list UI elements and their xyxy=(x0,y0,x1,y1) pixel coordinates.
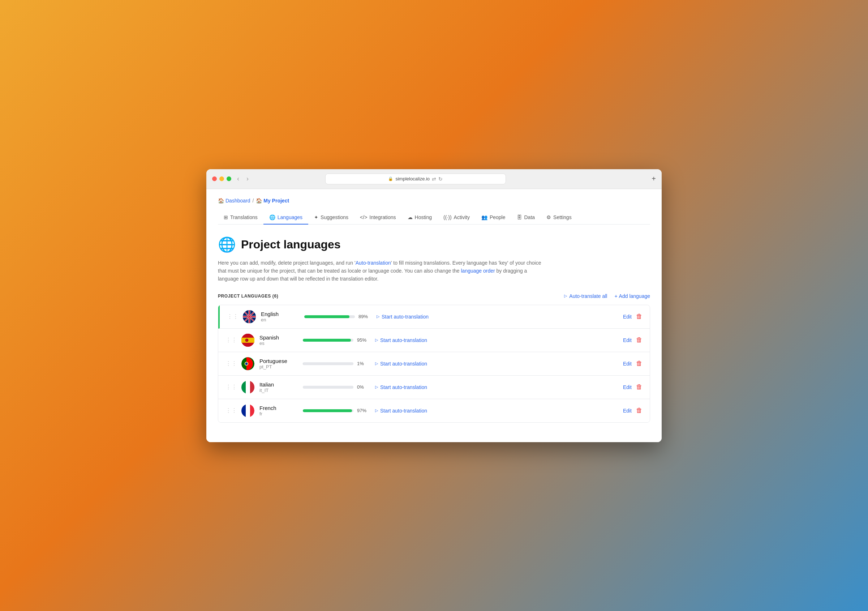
progress-bar-fill-french xyxy=(303,409,352,412)
edit-english-button[interactable]: Edit xyxy=(623,314,632,320)
tab-integrations-label: Integrations xyxy=(369,215,396,220)
start-auto-translation-spanish[interactable]: ▷ Start auto-translation xyxy=(375,337,623,343)
project-name-text[interactable]: My Project xyxy=(264,198,289,204)
progress-pct-french: 97% xyxy=(357,408,369,413)
tab-people[interactable]: 👥 People xyxy=(476,211,512,224)
edit-spanish-button[interactable]: Edit xyxy=(623,337,632,343)
language-name-spanish: Spanish xyxy=(259,334,303,340)
table-row: ⋮⋮ Italian it_IT 0% ▷ Start auto-transla… xyxy=(218,376,650,399)
drag-handle-icon[interactable]: ⋮⋮ xyxy=(225,384,237,390)
auto-translation-link[interactable]: Auto-translation xyxy=(356,260,391,266)
tab-languages[interactable]: 🌐 Languages xyxy=(264,211,308,224)
language-name-italian: Italian xyxy=(259,381,303,387)
play-icon-spanish: ▷ xyxy=(375,338,378,342)
progress-section-french: 97% xyxy=(303,408,375,413)
tab-translations[interactable]: ⊞ Translations xyxy=(218,211,264,224)
tab-hosting-label: Hosting xyxy=(415,215,432,220)
delete-spanish-button[interactable]: 🗑 xyxy=(636,336,643,344)
language-info-french: French fr xyxy=(259,405,303,417)
new-tab-button[interactable]: + xyxy=(651,175,656,183)
progress-bar-bg-spanish xyxy=(303,339,353,342)
language-code-italian: it_IT xyxy=(259,387,303,393)
tab-activity[interactable]: ((·)) Activity xyxy=(438,211,476,224)
start-auto-translation-french[interactable]: ▷ Start auto-translation xyxy=(375,408,623,414)
drag-handle-icon[interactable]: ⋮⋮ xyxy=(225,407,237,414)
start-auto-translation-english[interactable]: ▷ Start auto-translation xyxy=(377,314,623,320)
tab-hosting[interactable]: ☁ Hosting xyxy=(402,211,438,224)
edit-italian-button[interactable]: Edit xyxy=(623,384,632,390)
progress-pct-portuguese: 1% xyxy=(357,361,369,366)
language-code-french: fr xyxy=(259,411,303,417)
back-button[interactable]: ‹ xyxy=(236,174,241,183)
play-icon-italian: ▷ xyxy=(375,385,378,389)
progress-bar-fill-english xyxy=(304,315,349,318)
browser-window: ‹ › 🔒 simplelocalize.io ⇄ ↻ + 🏠 Dashboar… xyxy=(206,169,662,442)
svg-point-6 xyxy=(245,362,248,365)
lock-icon: 🔒 xyxy=(388,176,393,181)
tab-translations-label: Translations xyxy=(230,215,258,220)
drag-handle-icon[interactable]: ⋮⋮ xyxy=(225,360,237,367)
delete-english-button[interactable]: 🗑 xyxy=(636,313,643,320)
progress-bar-bg-french xyxy=(303,409,353,412)
delete-french-button[interactable]: 🗑 xyxy=(636,407,643,414)
people-icon: 👥 xyxy=(481,215,487,220)
progress-bar-bg-portuguese xyxy=(303,362,353,365)
table-row: ⋮⋮ French fr 97% ▷ Start auto-translatio… xyxy=(218,399,650,422)
project-emoji: 🏠 xyxy=(256,198,262,204)
dashboard-label: Dashboard xyxy=(225,198,250,204)
dashboard-link[interactable]: 🏠 Dashboard xyxy=(218,198,250,204)
tab-activity-label: Activity xyxy=(454,215,470,220)
tab-data[interactable]: 🗄 Data xyxy=(511,211,541,224)
delete-italian-button[interactable]: 🗑 xyxy=(636,383,643,391)
language-order-link[interactable]: language order xyxy=(461,268,495,274)
drag-handle-icon[interactable]: ⋮⋮ xyxy=(227,313,239,320)
plus-icon: + xyxy=(614,293,617,299)
project-name: 🏠 My Project xyxy=(256,198,289,204)
languages-list: ⋮⋮ English en xyxy=(218,305,650,423)
play-icon-french: ▷ xyxy=(375,408,378,413)
language-name-french: French xyxy=(259,405,303,411)
language-info-italian: Italian it_IT xyxy=(259,381,303,393)
add-language-button[interactable]: + Add language xyxy=(614,293,650,299)
minimize-button[interactable] xyxy=(219,176,224,181)
progress-bar-fill-portuguese xyxy=(303,362,303,365)
tab-suggestions[interactable]: ✦ Suggestions xyxy=(308,211,354,224)
progress-pct-italian: 0% xyxy=(357,384,369,390)
tab-integrations[interactable]: </> Integrations xyxy=(354,211,401,224)
hosting-icon: ☁ xyxy=(408,215,413,220)
tab-settings[interactable]: ⚙ Settings xyxy=(541,211,577,224)
close-button[interactable] xyxy=(212,176,217,181)
play-triangle-icon: ▷ xyxy=(564,294,567,298)
section-header: PROJECT LANGUAGES (6) ▷ Auto-translate a… xyxy=(218,293,650,299)
flag-italian xyxy=(242,381,254,394)
section-actions: ▷ Auto-translate all + Add language xyxy=(564,293,650,299)
data-icon: 🗄 xyxy=(517,215,522,220)
language-info-spanish: Spanish es xyxy=(259,334,303,346)
translate-icon: ⇄ xyxy=(432,176,436,182)
language-info-portuguese: Portuguese pt_PT xyxy=(259,358,303,370)
delete-portuguese-button[interactable]: 🗑 xyxy=(636,360,643,367)
drag-handle-icon[interactable]: ⋮⋮ xyxy=(225,337,237,344)
browser-content: 🏠 Dashboard / 🏠 My Project ⊞ Translation… xyxy=(206,189,662,442)
table-row: ⋮⋮ Spanish es 95% ▷ Start auto-translati… xyxy=(218,329,650,352)
translations-icon: ⊞ xyxy=(224,215,228,220)
row-actions-english: Edit 🗑 xyxy=(623,313,643,320)
nav-tabs: ⊞ Translations 🌐 Languages ✦ Suggestions… xyxy=(218,211,650,224)
table-row: ⋮⋮ English en xyxy=(218,305,650,329)
reload-icon: ↻ xyxy=(438,176,443,182)
maximize-button[interactable] xyxy=(226,176,231,181)
row-actions-portuguese: Edit 🗑 xyxy=(623,360,643,367)
page-description: Here you can add, modify, delete project… xyxy=(218,259,543,283)
auto-translate-all-button[interactable]: ▷ Auto-translate all xyxy=(564,293,607,299)
start-auto-translation-portuguese[interactable]: ▷ Start auto-translation xyxy=(375,361,623,367)
start-auto-translation-italian[interactable]: ▷ Start auto-translation xyxy=(375,384,623,390)
auto-translate-all-label: Auto-translate all xyxy=(569,293,607,299)
edit-french-button[interactable]: Edit xyxy=(623,408,632,414)
svg-point-3 xyxy=(245,339,248,342)
forward-button[interactable]: › xyxy=(245,174,250,183)
progress-bar-bg-italian xyxy=(303,386,353,389)
language-info-english: English en xyxy=(261,311,304,322)
flag-portuguese xyxy=(242,357,254,370)
edit-portuguese-button[interactable]: Edit xyxy=(623,361,632,367)
address-bar[interactable]: 🔒 simplelocalize.io ⇄ ↻ xyxy=(325,174,506,184)
